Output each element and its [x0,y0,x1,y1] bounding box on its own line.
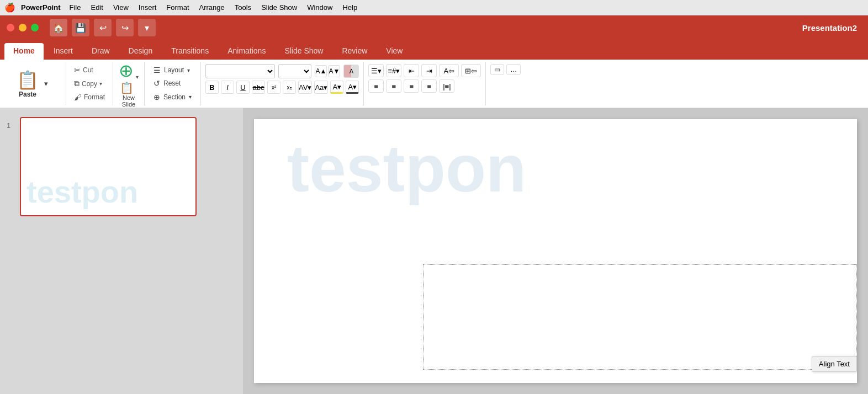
paste-icon: 📋 [17,70,39,90]
text-direction-button[interactable]: A⇦ [439,64,459,77]
menu-format[interactable]: Format [162,2,193,13]
clear-format-button[interactable]: A [343,65,359,78]
slides-panel: 1 testpon [0,108,243,394]
drawing-group: ▭ … [486,62,868,105]
menu-file[interactable]: File [65,2,86,13]
menu-insert[interactable]: Insert [134,2,161,13]
drawing-shapes-row: ▭ … [490,64,864,75]
presentation-title: Presentation2 [802,23,857,33]
char-spacing-button[interactable]: AV▾ [298,81,312,94]
convert-to-smartart-button[interactable]: ⊞⇦ [461,64,481,77]
new-slide-top: ⊕ 📋 ▾ [119,60,139,94]
slide-watermark-main: testpon [287,130,526,206]
numbering-button[interactable]: ≡#▾ [386,64,401,77]
font-group: A▲ A▼ A B I U abc x² x₂ AV▾ Aa▾ A▾ A▾ [201,62,363,105]
decrease-font-size-button[interactable]: A▼ [328,65,340,77]
tab-slideshow[interactable]: Slide Show [276,43,332,60]
tab-insert[interactable]: Insert [45,43,82,60]
title-bar: 🏠 💾 ↩ ↪ ▾ Presentation2 [0,15,868,40]
font-top-row: A▲ A▼ A [205,64,359,78]
menu-tools[interactable]: Tools [230,2,256,13]
align-left-button[interactable]: ≡ [368,79,384,93]
tab-animations[interactable]: Animations [219,43,274,60]
font-bottom-row: B I U abc x² x₂ AV▾ Aa▾ A▾ A▾ [205,81,359,94]
underline-button[interactable]: U [236,81,250,94]
slide-canvas: testpon Align Text [243,108,868,394]
increase-indent-button[interactable]: ⇥ [421,64,437,77]
redo-button[interactable]: ↪ [116,19,134,36]
section-icon: ⊕ [154,93,160,102]
copy-icon: ⧉ [74,79,80,88]
para-bottom-row: ≡ ≡ ≡ ≡ |≡| [368,79,481,93]
paste-main: 📋 Paste [15,64,40,103]
menu-edit[interactable]: Edit [86,2,107,13]
paste-dropdown-arrow-icon: ▾ [44,79,48,88]
font-color-button[interactable]: A▾ [346,81,359,94]
menu-arrange[interactable]: Arrange [195,2,229,13]
menu-slideshow[interactable]: Slide Show [257,2,301,13]
align-center-button[interactable]: ≡ [386,79,401,93]
section-button[interactable]: ⊕ Section ▾ [150,91,195,103]
window-controls [7,24,39,31]
menu-window[interactable]: Window [303,2,337,13]
slide-thumbnail-1[interactable]: testpon [20,117,197,216]
layout-icon: ☰ [154,66,161,74]
ribbon-tabs: Home Insert Draw Design Transitions Anim… [0,40,868,60]
change-case-button[interactable]: Aa▾ [314,81,328,94]
format-painter-icon: 🖌 [74,93,82,102]
layout-button[interactable]: ☰ Layout ▾ [150,64,195,76]
menu-view[interactable]: View [109,2,133,13]
menu-bar: 🍎 PowerPoint File Edit View Insert Forma… [0,0,868,15]
decrease-indent-button[interactable]: ⇤ [404,64,419,77]
increase-font-size-button[interactable]: A▲ [315,65,327,77]
slide-thumb-watermark: testpon [27,174,138,210]
superscript-button[interactable]: x² [267,81,280,94]
save-icon-button[interactable]: 💾 [72,19,89,36]
new-slide-group: ⊕ 📋 ▾ NewSlide [113,62,144,105]
font-size-select[interactable] [278,64,311,78]
slide-main[interactable]: testpon Align Text [254,119,857,383]
tab-review[interactable]: Review [333,43,376,60]
font-name-select[interactable] [205,64,275,78]
tab-draw[interactable]: Draw [83,43,119,60]
maximize-button[interactable] [31,24,39,31]
tab-transitions[interactable]: Transitions [162,43,218,60]
paste-dropdown-button[interactable]: ▾ [42,78,50,89]
slide-row-1: 1 testpon [7,117,236,216]
align-right-button[interactable]: ≡ [404,79,419,93]
new-slide-icon: ⊕ [119,60,134,81]
justify-button[interactable]: ≡ [421,79,437,93]
apple-logo: 🍎 [4,2,15,13]
new-slide-button[interactable]: ⊕ 📋 [119,60,134,94]
copy-button[interactable]: ⧉ Copy ▾ [72,78,107,89]
undo-button[interactable]: ↩ [94,19,112,36]
cut-button[interactable]: ✂ Cut [72,65,107,76]
bullets-button[interactable]: ☰▾ [368,64,384,77]
shape-more[interactable]: … [506,64,521,75]
slide-text-box[interactable] [423,264,857,370]
close-button[interactable] [7,24,14,31]
new-slide-dropdown-button[interactable]: ▾ [136,74,139,80]
quick-access-more-button[interactable]: ▾ [138,19,156,36]
format-painter-button[interactable]: 🖌 Format [72,92,107,103]
tab-design[interactable]: Design [120,43,162,60]
paste-group: 📋 Paste ▾ [0,62,66,105]
paste-button[interactable]: 📋 Paste [15,68,40,99]
strikethrough-button[interactable]: abc [252,81,265,94]
menu-help[interactable]: Help [338,2,362,13]
italic-button[interactable]: I [221,81,234,94]
para-top-row: ☰▾ ≡#▾ ⇤ ⇥ A⇦ ⊞⇦ [368,64,481,77]
home-icon-button[interactable]: 🏠 [50,19,67,36]
app-name: PowerPoint [21,3,61,12]
tab-home[interactable]: Home [4,43,44,60]
highlight-color-button[interactable]: A▾ [330,81,343,94]
reset-button[interactable]: ↺ Reset [150,77,195,89]
bold-button[interactable]: B [205,81,219,94]
cut-icon: ✂ [74,66,81,74]
column-spacing-button[interactable]: |≡| [439,79,454,93]
minimize-button[interactable] [19,24,27,31]
subscript-button[interactable]: x₂ [283,81,296,94]
tab-view[interactable]: View [377,43,411,60]
slide-layout-icon: 📋 [120,81,134,94]
shape-rectangle[interactable]: ▭ [490,64,504,75]
